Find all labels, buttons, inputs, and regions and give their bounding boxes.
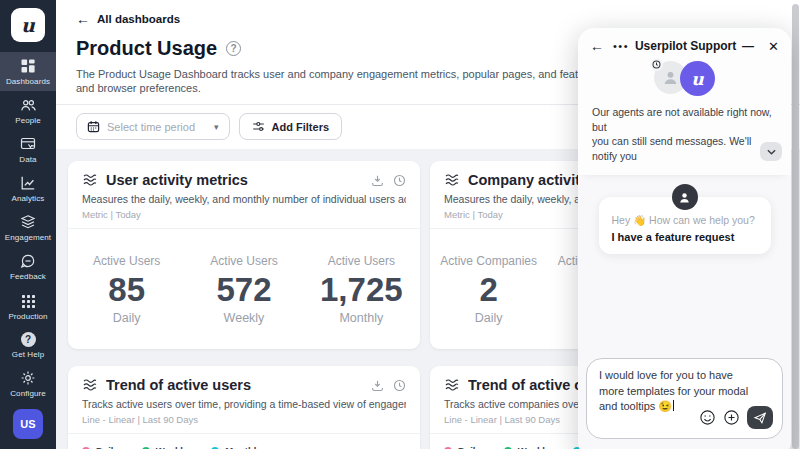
text-cursor xyxy=(673,400,674,411)
stat-period: Daily xyxy=(68,311,185,325)
chat-menu-dots-icon[interactable]: ••• xyxy=(613,40,629,52)
sidebar-item-data[interactable]: Data xyxy=(0,130,56,169)
sidebar-item-engagement[interactable]: Engagement xyxy=(0,208,56,247)
chevron-down-button[interactable] xyxy=(760,142,782,161)
card-meta: Metric | Today xyxy=(82,209,406,220)
chat-back-icon[interactable]: ← xyxy=(590,38,604,54)
sidebar: u Dashboards People Data Analytics Enga xyxy=(0,0,56,449)
sidebar-item-label: Get Help xyxy=(12,350,44,359)
sidebar-item-label: Data xyxy=(19,155,36,164)
legend-item-monthly[interactable]: Monthly xyxy=(211,445,261,449)
support-chat-widget: ← ••• Userpilot Support — ✕ u Ou xyxy=(578,28,791,449)
sidebar-item-dashboards[interactable]: Dashboards xyxy=(0,52,56,91)
help-icon: ? xyxy=(21,332,36,347)
brand-letter: u xyxy=(691,69,703,89)
stat-period: Weekly xyxy=(185,311,302,325)
card-description: Measures the daily, weekly, and monthly … xyxy=(82,193,406,205)
logo-letter: u xyxy=(21,14,35,36)
metric-wave-icon xyxy=(82,172,98,188)
person-icon xyxy=(677,190,692,205)
stat-monthly-active-users: Active Users 1,725 Monthly xyxy=(303,254,420,325)
emoji-icon[interactable] xyxy=(699,409,716,426)
person-icon xyxy=(661,68,680,87)
availability-line-1: Our agents are not available right now, … xyxy=(592,105,777,134)
feedback-icon xyxy=(20,253,36,269)
production-icon xyxy=(21,294,36,309)
stat-period: Monthly xyxy=(303,311,420,325)
add-filters-button[interactable]: Add Filters xyxy=(239,113,342,140)
gear-icon xyxy=(20,370,36,386)
metric-wave-icon xyxy=(444,172,460,188)
stat-label: Active Companies xyxy=(430,254,547,268)
user-avatar[interactable]: US xyxy=(13,409,43,439)
stat-value: 1,725 xyxy=(303,272,420,308)
send-plane-icon xyxy=(753,411,767,425)
sidebar-item-label: Engagement xyxy=(5,233,51,242)
time-period-select[interactable]: Select time period ▾ xyxy=(76,113,230,140)
dashboard-icon xyxy=(20,58,36,74)
away-clock-icon xyxy=(650,58,663,71)
chat-title: Userpilot Support xyxy=(629,39,742,53)
stat-period: Daily xyxy=(430,311,547,325)
stat-weekly-active-users: Active Users 572 Weekly xyxy=(185,254,302,325)
legend-item-daily[interactable]: Daily xyxy=(444,445,481,449)
sidebar-item-get-help[interactable]: ? Get Help xyxy=(0,326,56,364)
chat-message-input[interactable]: I would love for you to have more templa… xyxy=(586,358,783,439)
availability-message: Our agents are not available right now, … xyxy=(590,105,779,163)
bot-message: Hey 👋 How can we help you? xyxy=(612,214,758,227)
legend-label: Weekly xyxy=(518,445,551,449)
metric-wave-icon xyxy=(82,377,98,393)
calendar-icon xyxy=(87,120,100,133)
analytics-icon xyxy=(20,175,36,191)
userpilot-logo[interactable]: u xyxy=(11,8,45,42)
sidebar-item-analytics[interactable]: Analytics xyxy=(0,169,56,208)
chat-minimize-icon[interactable]: — xyxy=(742,39,754,53)
chevron-down-icon: ▾ xyxy=(214,122,219,132)
breadcrumb[interactable]: ← All dashboards xyxy=(56,0,800,26)
download-icon[interactable] xyxy=(371,174,384,187)
sidebar-item-feedback[interactable]: Feedback xyxy=(0,247,56,286)
clock-icon[interactable] xyxy=(393,174,406,187)
stat-value: 572 xyxy=(185,272,302,308)
legend-item-daily[interactable]: Daily xyxy=(82,445,119,449)
card-title: Trend of active users xyxy=(106,377,363,393)
page-scrollbar[interactable] xyxy=(792,4,799,449)
availability-line-2: you can still send messages. We'll notif… xyxy=(592,134,777,163)
add-filters-label: Add Filters xyxy=(272,121,329,133)
attach-plus-icon[interactable] xyxy=(723,409,740,426)
sidebar-item-people[interactable]: People xyxy=(0,91,56,130)
chat-close-icon[interactable]: ✕ xyxy=(768,39,779,54)
download-icon[interactable] xyxy=(371,379,384,392)
filter-sliders-icon xyxy=(252,120,265,133)
back-arrow-icon: ← xyxy=(76,12,90,26)
userpilot-brand-avatar: u xyxy=(680,61,715,96)
card-trend-active-users: Trend of active users Tracks active user… xyxy=(68,366,420,449)
user-reply: I have a feature request xyxy=(612,231,758,243)
data-icon xyxy=(20,136,36,152)
bot-avatar xyxy=(672,184,698,210)
back-link-label: All dashboards xyxy=(97,13,180,25)
legend-item-weekly[interactable]: Weekly xyxy=(504,445,551,449)
card-description: Tracks active users over time, providing… xyxy=(82,398,406,410)
sidebar-item-label: Feedback xyxy=(10,272,46,281)
legend-label: Daily xyxy=(96,445,119,449)
metric-wave-icon xyxy=(444,377,460,393)
sidebar-item-label: Configure xyxy=(10,389,46,398)
clock-icon[interactable] xyxy=(393,379,406,392)
people-icon xyxy=(20,97,37,113)
sidebar-item-label: People xyxy=(15,116,41,125)
sidebar-item-production[interactable]: Production xyxy=(0,288,56,326)
legend-label: Weekly xyxy=(156,445,189,449)
sidebar-item-configure[interactable]: Configure xyxy=(0,364,56,403)
send-button[interactable] xyxy=(747,406,773,429)
stat-value: 2 xyxy=(430,272,547,308)
legend-item-weekly[interactable]: Weekly xyxy=(142,445,189,449)
page-title: Product Usage xyxy=(76,37,217,60)
legend-label: Daily xyxy=(458,445,481,449)
chat-avatars: u xyxy=(590,61,779,96)
stat-label: Active Users xyxy=(68,254,185,268)
stat-daily-active-users: Active Users 85 Daily xyxy=(68,254,185,325)
help-tooltip-icon[interactable]: ? xyxy=(226,41,241,56)
chat-header: ← ••• Userpilot Support — ✕ u Ou xyxy=(578,28,791,175)
legend-label: Monthly xyxy=(225,445,261,449)
